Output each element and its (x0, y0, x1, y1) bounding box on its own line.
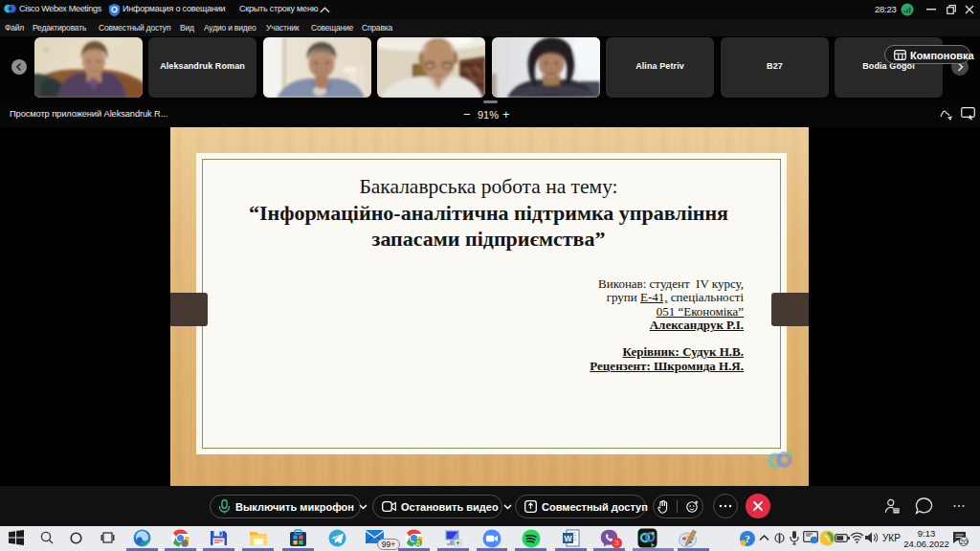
svg-text:W: W (564, 534, 572, 543)
svg-text:20: 20 (960, 538, 968, 546)
svg-text:Д: Д (416, 540, 421, 547)
